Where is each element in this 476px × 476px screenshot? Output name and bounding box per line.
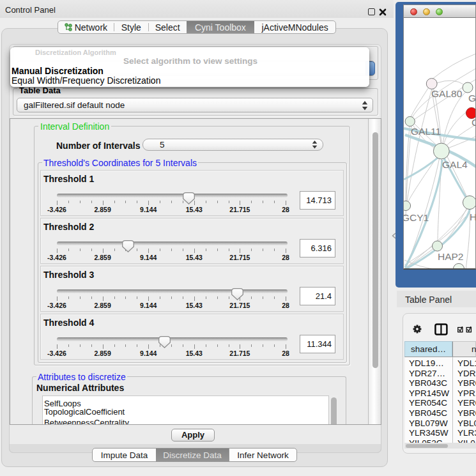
svg-text:G.: G. (468, 93, 475, 104)
svg-text:C: C (472, 117, 475, 128)
svg-text:HAP2: HAP2 (438, 251, 464, 262)
svg-text:GAL4: GAL4 (442, 159, 468, 170)
svg-text:GAL11: GAL11 (411, 126, 441, 137)
svg-text:H: H (470, 211, 475, 222)
svg-text:GAL80: GAL80 (431, 88, 463, 99)
svg-text:GCY1: GCY1 (404, 212, 429, 223)
